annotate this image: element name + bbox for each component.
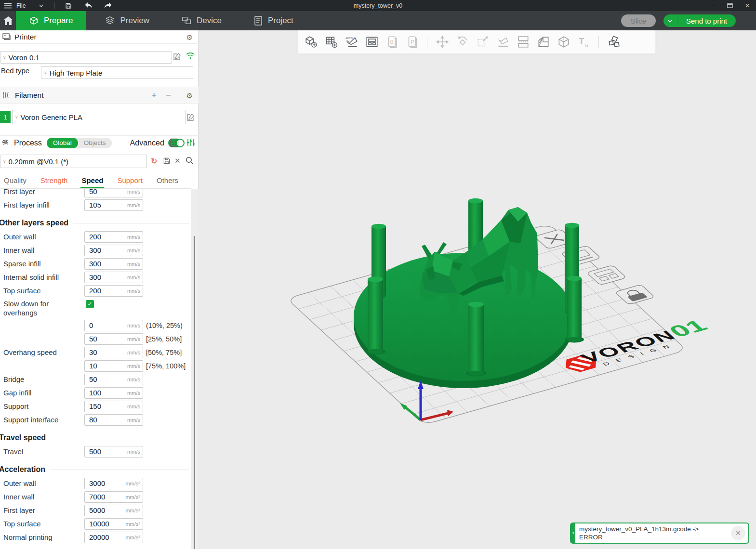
process-profile-select[interactable]: ∨ 0.20mm @V0.1 (*) xyxy=(0,155,147,168)
setting-value-input[interactable]: 200mm/s xyxy=(84,231,143,243)
split-icon[interactable] xyxy=(516,35,530,49)
scope-global[interactable]: Global xyxy=(47,138,78,148)
toast-close-icon[interactable]: ✕ xyxy=(731,526,745,540)
setting-value-input[interactable]: 150mm/s xyxy=(84,401,143,412)
setting-value-input[interactable]: 100mm/s xyxy=(84,387,143,399)
scrollbar-thumb[interactable] xyxy=(194,236,195,549)
delete-profile-icon[interactable]: ✕ xyxy=(174,157,181,165)
undo-icon[interactable] xyxy=(84,1,93,10)
save-profile-icon[interactable] xyxy=(163,157,171,165)
setting-label: Sparse infill xyxy=(3,257,41,271)
auto-orient-icon[interactable]: AUTO xyxy=(345,35,358,49)
pillar-front-left[interactable] xyxy=(365,277,385,355)
setting-value-input[interactable]: 50mm/s xyxy=(84,189,143,197)
setting-unit: mm/s xyxy=(127,245,140,256)
remove-filament-button[interactable]: − xyxy=(166,91,171,100)
rotate-icon[interactable] xyxy=(455,35,469,49)
wifi-connection-icon[interactable] xyxy=(186,52,195,59)
close-button[interactable]: ✕ xyxy=(739,0,756,11)
setting-value-input[interactable]: 10000mm/s² xyxy=(84,518,143,530)
bed-type-select[interactable]: ∨ High Temp Plate xyxy=(41,66,193,79)
setting-value-input[interactable]: 200mm/s xyxy=(84,285,143,297)
tab-others[interactable]: Others xyxy=(157,176,178,188)
doc-p-icon[interactable]: P xyxy=(405,35,419,49)
printer-settings-gear-icon[interactable]: ⚙ xyxy=(186,33,193,40)
chevron-down-icon[interactable] xyxy=(36,1,46,10)
setting-row: Support interface80mm/s xyxy=(0,413,191,427)
parameter-list-icon[interactable] xyxy=(170,138,179,147)
scope-objects[interactable]: Objects xyxy=(78,139,112,146)
setting-value-input[interactable]: 20000mm/s² xyxy=(84,532,143,543)
edit-filament-icon[interactable] xyxy=(186,113,195,121)
hamburger-menu-icon[interactable] xyxy=(3,1,13,10)
setting-value-input[interactable]: 105mm/s xyxy=(84,199,143,211)
redo-icon[interactable] xyxy=(103,1,113,10)
split-to-parts-icon[interactable] xyxy=(557,35,570,49)
tab-project[interactable]: Project xyxy=(241,11,306,30)
lay-on-face-icon[interactable] xyxy=(496,35,510,49)
tune-parameters-icon[interactable] xyxy=(186,138,195,147)
panel-scrollbar[interactable] xyxy=(191,189,199,549)
add-object-icon[interactable] xyxy=(304,35,318,49)
tab-prepare[interactable]: Prepare xyxy=(16,11,86,30)
setting-value-input[interactable]: 3000mm/s² xyxy=(84,478,143,489)
setting-value-input[interactable]: 7000mm/s² xyxy=(84,491,143,503)
viewport-3d[interactable]: VORON D E S I G N 01 xyxy=(199,30,756,549)
slice-button[interactable]: Slice xyxy=(621,14,656,27)
send-options-chevron-icon[interactable] xyxy=(663,18,677,24)
setting-value-input[interactable]: 30mm/s xyxy=(84,347,143,358)
add-plate-icon[interactable] xyxy=(324,35,338,49)
setting-label: Top surface xyxy=(3,517,41,531)
filament-settings-gear-icon[interactable]: ⚙ xyxy=(186,92,193,99)
add-filament-button[interactable]: + xyxy=(151,91,157,100)
setting-value-input[interactable]: 300mm/s xyxy=(84,272,143,283)
overhang-range-label: [75%, 100%] xyxy=(146,359,186,373)
file-menu[interactable]: File xyxy=(16,2,26,9)
filament-select[interactable]: ∨ Voron Generic PLA xyxy=(12,110,186,124)
minimize-button[interactable]: — xyxy=(704,0,721,11)
maximize-button[interactable] xyxy=(721,0,739,11)
move-icon[interactable] xyxy=(435,35,449,49)
assembly-icon[interactable] xyxy=(607,35,621,49)
pillar-front-center[interactable] xyxy=(466,302,486,377)
send-to-print-button[interactable]: Send to print xyxy=(663,14,736,27)
reset-profile-icon[interactable]: ↻ xyxy=(151,157,157,166)
setting-value-input[interactable]: 500mm/s xyxy=(84,446,143,458)
add-text-icon[interactable]: Ta xyxy=(577,35,591,49)
setting-row: Overhang speed30mm/s[50%, 75%] xyxy=(0,346,191,359)
setting-value-input[interactable]: 300mm/s xyxy=(84,258,143,270)
printer-select[interactable]: ∨ Voron 0.1 xyxy=(0,51,172,64)
tab-quality[interactable]: Quality xyxy=(4,176,27,188)
setting-value-input[interactable]: 50mm/s xyxy=(84,333,143,345)
setting-value-input[interactable]: 0mm/s xyxy=(84,320,143,331)
tab-device[interactable]: Device xyxy=(169,11,235,30)
setting-unit: mm/s² xyxy=(125,505,140,516)
home-button[interactable] xyxy=(0,11,16,30)
tab-speed[interactable]: Speed xyxy=(81,176,103,188)
process-scope-switch[interactable]: Global Objects xyxy=(47,138,112,148)
doc-zero-icon[interactable]: 0 xyxy=(385,35,399,49)
setting-value-input[interactable]: 10mm/s xyxy=(84,360,143,372)
setting-value-input[interactable]: 300mm/s xyxy=(84,245,143,256)
plate-arrange-icon[interactable] xyxy=(586,265,626,285)
search-icon[interactable] xyxy=(186,157,194,165)
split-to-objects-icon[interactable] xyxy=(536,35,550,49)
tab-preview[interactable]: Preview xyxy=(92,11,162,30)
filament-slot-badge[interactable]: 1 xyxy=(0,111,11,123)
scale-icon[interactable] xyxy=(476,35,490,49)
setting-value-input[interactable]: 5000mm/s² xyxy=(84,505,143,516)
plate-lock-icon[interactable] xyxy=(615,285,655,305)
tab-support[interactable]: Support xyxy=(117,176,143,188)
viewport-canvas[interactable]: VORON D E S I G N 01 xyxy=(199,30,756,549)
tab-strength[interactable]: Strength xyxy=(40,176,68,188)
toast-status: ERROR xyxy=(579,533,727,541)
setting-value-input[interactable]: 50mm/s xyxy=(84,374,143,385)
pillar-front-right[interactable] xyxy=(565,276,584,343)
arrange-icon[interactable] xyxy=(365,35,379,49)
setting-checkbox[interactable]: ✓ xyxy=(86,300,94,308)
setting-value-input[interactable]: 80mm/s xyxy=(84,414,143,426)
save-icon[interactable] xyxy=(64,1,73,10)
edit-printer-icon[interactable] xyxy=(173,52,181,61)
svg-text:P: P xyxy=(411,39,414,45)
setting-row: 0mm/s(10%, 25%) xyxy=(0,319,191,332)
